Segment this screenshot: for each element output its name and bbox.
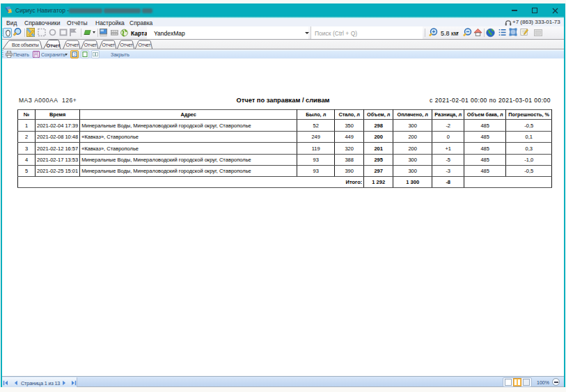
svg-text:3: 3 <box>74 53 76 56</box>
